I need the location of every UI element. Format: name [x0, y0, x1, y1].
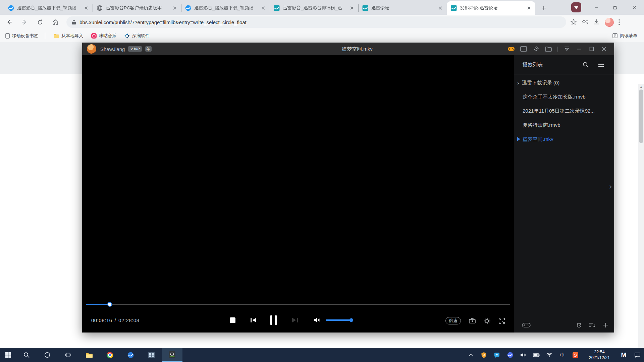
chrome-button[interactable]	[99, 348, 120, 362]
download-extension-icon[interactable]	[571, 2, 581, 12]
bookmark-star-icon[interactable]	[570, 19, 577, 25]
ime-language-indicator[interactable]: 中	[556, 348, 569, 362]
next-button[interactable]	[291, 317, 299, 323]
seek-bar-thumb[interactable]	[107, 302, 112, 307]
subtitle-panel-icon[interactable]	[520, 46, 527, 52]
home-button[interactable]	[49, 16, 62, 28]
reading-list-add-icon[interactable]	[582, 19, 589, 25]
sogou-tray-icon[interactable]: S	[569, 348, 582, 362]
tab-close-icon[interactable]	[349, 5, 355, 11]
tim-chat-icon[interactable]	[490, 348, 503, 362]
cortana-button[interactable]	[37, 348, 58, 362]
reload-button[interactable]	[34, 16, 46, 28]
playlist-sidebar: 播放列表 › 迅雷下载记录 (0) 这个杀手不太冷加长版.rmvb	[514, 55, 614, 333]
bookmark-shenlan[interactable]: 深澜软件	[122, 32, 152, 40]
bookmark-migu[interactable]: 咪咕音乐	[89, 32, 119, 40]
open-file-icon[interactable]	[545, 46, 552, 52]
new-tab-button[interactable]	[538, 2, 549, 14]
bookmark-local-import[interactable]: 从本地导入	[51, 32, 86, 40]
tab-close-icon[interactable]	[83, 5, 89, 11]
game-pad-outline-icon[interactable]	[522, 322, 531, 328]
scrollbar-up-arrow[interactable]: ▲	[638, 84, 644, 89]
previous-button[interactable]	[250, 317, 257, 323]
playlist-bottom-bar	[514, 318, 614, 333]
seek-bar[interactable]	[86, 304, 510, 305]
player-close-icon[interactable]	[601, 46, 607, 52]
timer-icon[interactable]	[576, 322, 582, 328]
player-user-avatar[interactable]	[87, 44, 96, 54]
m-logo-tray-icon[interactable]: M	[617, 351, 631, 359]
scrollbar-thumb[interactable]	[639, 89, 643, 143]
window-close-button[interactable]	[625, 0, 644, 15]
tab-6-active[interactable]: 发起讨论-迅雷论坛	[447, 1, 535, 15]
task-view-button[interactable]	[58, 348, 78, 362]
volume-slider[interactable]	[326, 319, 353, 321]
window-restore-button[interactable]	[606, 0, 625, 15]
tab-1[interactable]: 迅雷影音_播放器下载_视频播	[4, 1, 93, 15]
globe-icon	[97, 5, 103, 11]
bookmark-mobile[interactable]: 移动设备书签	[3, 32, 41, 40]
sogou-letter: S	[573, 352, 578, 358]
downloads-icon[interactable]	[593, 19, 600, 25]
address-bar[interactable]: bbs.xunlei.com/publish/7?entrypage=filml…	[66, 16, 566, 28]
settings-gear-icon[interactable]	[484, 317, 491, 324]
playlist-item-4-playing[interactable]: 盗梦空间.mkv	[514, 132, 614, 146]
reading-list-button[interactable]: 阅读清单	[609, 32, 641, 40]
taskbar-clock[interactable]: 22:54 2021/12/21	[582, 349, 617, 361]
add-to-playlist-icon[interactable]	[603, 322, 608, 328]
forward-button[interactable]	[18, 16, 31, 28]
profile-avatar[interactable]	[605, 18, 614, 27]
playlist-menu-icon[interactable]	[598, 62, 604, 67]
tab-close-icon[interactable]	[172, 5, 178, 11]
reading-list-icon	[612, 33, 618, 38]
taskbar-search-button[interactable]	[16, 348, 37, 362]
tab-2[interactable]: 迅雷影音PC客户端历史版本	[93, 1, 181, 15]
player-maximize-icon[interactable]	[588, 46, 595, 52]
toolbox-icon[interactable]	[469, 317, 476, 324]
time-separator: /	[114, 317, 116, 323]
thunder-tray-icon[interactable]	[503, 348, 517, 362]
playlist-item-2[interactable]: 2021年11月05日第二次录课92...	[514, 104, 614, 118]
playlist-collapse-chevron[interactable]: ›	[609, 182, 612, 191]
sort-list-icon[interactable]	[589, 322, 596, 328]
player-minimize-icon[interactable]	[576, 46, 583, 52]
grid-app-button[interactable]	[141, 348, 162, 362]
pause-button[interactable]	[270, 315, 277, 325]
stop-button[interactable]	[230, 317, 235, 323]
time-display: 00:08:16 / 02:28:08	[91, 317, 139, 323]
video-canvas[interactable]: 00:08:16 / 02:28:08	[82, 55, 514, 333]
window-minimize-button[interactable]	[587, 0, 606, 15]
battery-tray-icon[interactable]	[530, 348, 543, 362]
volume-icon[interactable]	[313, 317, 321, 323]
action-center-icon[interactable]	[631, 348, 644, 362]
file-explorer-button[interactable]	[78, 348, 99, 362]
tab-4[interactable]: 迅雷影音_迅雷影音排行榜_迅	[270, 1, 358, 15]
volume-thumb[interactable]	[350, 318, 353, 322]
page-scrollbar[interactable]: ▲ ▼	[638, 84, 644, 362]
media-app-button[interactable]	[120, 348, 141, 362]
playlist-item-3[interactable]: 夏洛特烦恼.rmvb	[514, 118, 614, 132]
pin-on-top-icon[interactable]	[533, 46, 539, 52]
tray-expand-chevron[interactable]	[464, 348, 477, 362]
tab-close-icon[interactable]	[260, 5, 266, 11]
start-button[interactable]	[0, 348, 16, 362]
playlist-search-icon[interactable]	[583, 62, 589, 68]
tab-5[interactable]: 迅雷论坛	[358, 1, 447, 15]
tab-3[interactable]: 迅雷影音_播放器下载_视频播	[181, 1, 270, 15]
game-center-icon[interactable]	[508, 46, 515, 52]
playlist-item-1[interactable]: 这个杀手不太冷加长版.rmvb	[514, 90, 614, 104]
back-button[interactable]	[3, 16, 15, 28]
tab-close-icon[interactable]	[526, 5, 532, 11]
playback-speed-button[interactable]: 倍速	[445, 317, 461, 324]
security-shield-icon[interactable]	[477, 348, 490, 362]
tab-close-icon[interactable]	[437, 5, 443, 11]
kebab-menu-icon[interactable]	[619, 19, 620, 25]
wifi-tray-icon[interactable]	[543, 348, 556, 362]
system-tray: 中 S 22:54 2021/12/21 M	[464, 348, 644, 362]
player-titlebar[interactable]: ShawJiang V VIP 年 盗梦空间.mkv	[82, 43, 614, 55]
thunder-player-taskbar-button[interactable]	[162, 348, 182, 362]
playlist-group-download-history[interactable]: › 迅雷下载记录 (0)	[514, 76, 614, 90]
main-menu-icon[interactable]	[564, 46, 570, 52]
fullscreen-icon[interactable]	[498, 317, 505, 324]
volume-tray-icon[interactable]	[517, 348, 530, 362]
